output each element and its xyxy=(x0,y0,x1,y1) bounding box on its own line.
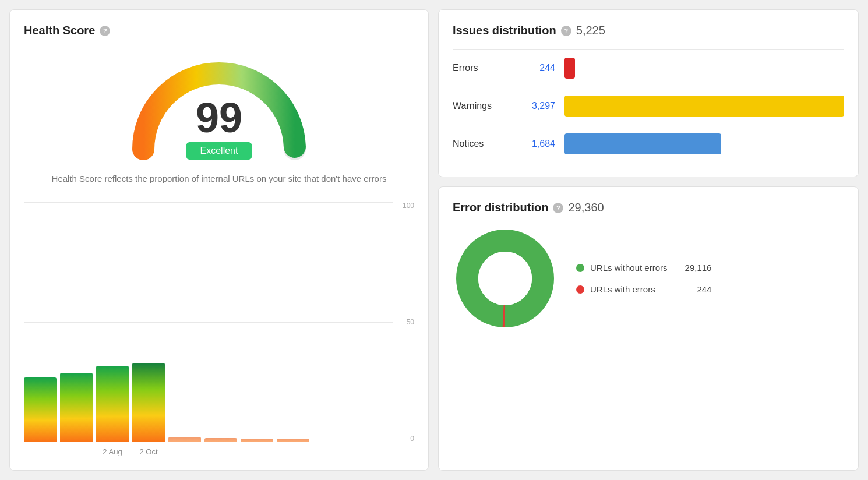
health-score-help-icon[interactable]: ? xyxy=(100,26,110,36)
legend-dot-red xyxy=(576,285,584,294)
bar-group-8 xyxy=(277,439,309,442)
bar-chart-bars xyxy=(24,202,393,443)
right-panel: Issues distribution ? 5,225 Errors 244 W… xyxy=(438,9,859,471)
svg-point-2 xyxy=(478,252,532,305)
issues-total-count: 5,225 xyxy=(576,24,605,37)
gauge-wrapper: 99 Excellent xyxy=(126,50,312,155)
issue-bar-container-notices xyxy=(564,133,844,154)
legend-label-with: URLs with errors xyxy=(590,284,655,294)
issue-row-notices: Notices 1,684 xyxy=(453,125,844,163)
health-score-title-row: Health Score ? xyxy=(24,24,414,37)
bar-2 xyxy=(60,373,93,442)
donut-chart xyxy=(453,226,558,331)
grid-label-50: 50 xyxy=(407,319,414,326)
x-label-aug: 2 Aug xyxy=(96,447,129,456)
issues-title-row: Issues distribution ? 5,225 xyxy=(453,24,844,37)
bar-group-5 xyxy=(168,437,201,442)
issue-row-errors: Errors 244 xyxy=(453,49,844,87)
bar-group-1 xyxy=(24,377,57,442)
error-dist-help-icon[interactable]: ? xyxy=(553,203,563,213)
issue-bar-warnings xyxy=(564,96,844,117)
legend-item-with-errors: URLs with errors 244 xyxy=(576,284,711,294)
bar-group-4 xyxy=(132,363,165,442)
issue-bar-container-warnings xyxy=(564,96,844,117)
bar-3 xyxy=(96,366,129,442)
bar-4 xyxy=(132,363,165,442)
issues-distribution-card: Issues distribution ? 5,225 Errors 244 W… xyxy=(438,9,859,177)
bar-5 xyxy=(168,437,201,442)
issues-help-icon[interactable]: ? xyxy=(561,26,571,36)
error-distribution-card: Error distribution ? 29,360 URLs without… xyxy=(438,186,859,471)
legend-dot-green xyxy=(576,264,584,272)
issue-label-errors: Errors xyxy=(453,63,511,73)
issue-value-notices[interactable]: 1,684 xyxy=(520,139,555,149)
bar-6 xyxy=(204,438,237,442)
legend-label-without: URLs without errors xyxy=(590,263,668,273)
health-score-bar-chart: 100 50 0 2 Aug 2 Oct xyxy=(24,202,414,457)
error-dist-title: Error distribution xyxy=(453,201,548,214)
grid-label-0: 0 xyxy=(410,435,414,442)
bar-group-6 xyxy=(204,438,237,442)
donut-legend: URLs without errors 29,116 URLs with err… xyxy=(576,263,711,294)
bar-group-2 xyxy=(60,373,93,442)
donut-svg xyxy=(453,226,558,331)
health-score-card: Health Score ? 99 Excellent xyxy=(9,9,429,471)
issue-label-notices: Notices xyxy=(453,139,511,149)
issue-value-errors[interactable]: 244 xyxy=(520,63,555,73)
issue-bar-notices xyxy=(564,133,721,154)
health-score-title: Health Score xyxy=(24,24,95,37)
error-dist-content: URLs without errors 29,116 URLs with err… xyxy=(453,226,844,331)
bar-8 xyxy=(277,439,309,442)
issues-title: Issues distribution xyxy=(453,24,556,37)
issue-value-warnings[interactable]: 3,297 xyxy=(520,101,555,111)
bar-7 xyxy=(241,439,273,442)
gauge-description: Health Score reflects the proportion of … xyxy=(36,172,403,186)
x-label-oct: 2 Oct xyxy=(132,447,165,456)
bar-group-3 xyxy=(96,366,129,442)
error-dist-total: 29,360 xyxy=(568,201,604,214)
legend-value-without: 29,116 xyxy=(673,263,712,273)
legend-item-without-errors: URLs without errors 29,116 xyxy=(576,263,711,273)
gauge-score: 99 xyxy=(196,97,242,139)
bar-1 xyxy=(24,377,57,442)
bar-chart-grid-labels: 100 50 0 xyxy=(403,202,414,443)
grid-label-100: 100 xyxy=(403,202,414,209)
issues-table: Errors 244 Warnings 3,297 Notices 1,684 xyxy=(453,49,844,163)
issue-bar-container-errors xyxy=(564,58,844,79)
gauge-badge: Excellent xyxy=(186,142,252,160)
gauge-container: 99 Excellent xyxy=(24,50,414,155)
issue-row-warnings: Warnings 3,297 xyxy=(453,87,844,125)
issue-label-warnings: Warnings xyxy=(453,101,511,111)
issue-bar-errors xyxy=(564,58,575,79)
bar-group-7 xyxy=(241,439,273,442)
error-dist-title-row: Error distribution ? 29,360 xyxy=(453,201,844,214)
legend-value-with: 244 xyxy=(685,284,711,294)
